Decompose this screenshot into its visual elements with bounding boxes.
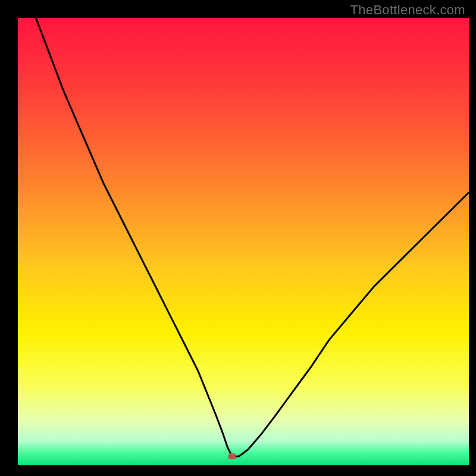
- watermark-text: TheBottleneck.com: [350, 2, 465, 18]
- svg-rect-0: [18, 18, 469, 465]
- bottleneck-chart: [0, 0, 476, 476]
- chart-frame: { "watermark": "TheBottleneck.com", "cha…: [0, 0, 476, 476]
- svg-rect-1: [228, 453, 236, 459]
